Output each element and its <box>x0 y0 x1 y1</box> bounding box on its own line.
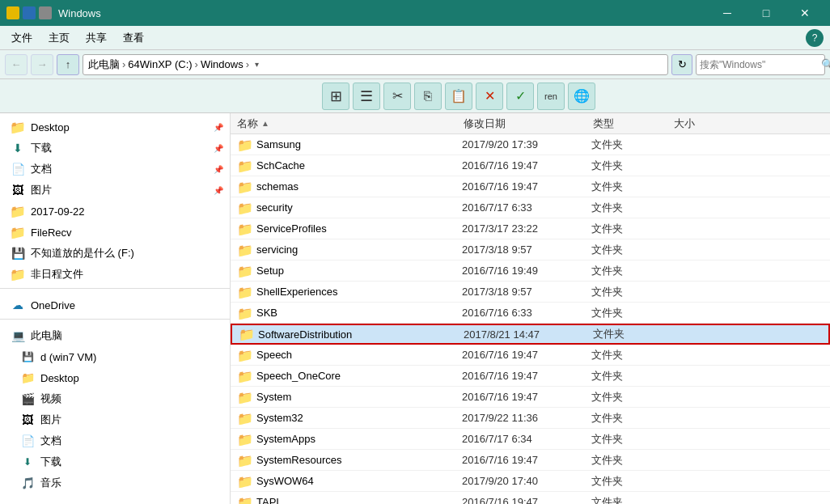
search-box[interactable]: 🔍 <box>696 54 825 75</box>
sidebar-item-onedrive[interactable]: ☁ OneDrive <box>0 294 230 316</box>
file-row[interactable]: 📁 SoftwareDistribution 2017/8/21 14:47 文… <box>231 324 830 345</box>
col-header-date[interactable]: 修改日期 <box>464 116 593 131</box>
title-icon-blue <box>23 6 36 19</box>
file-name: SchCache <box>256 159 462 172</box>
sidebar-item-pictures2[interactable]: 🖼 图片 <box>0 409 230 430</box>
toolbar-globe-button[interactable]: 🌐 <box>568 83 595 110</box>
file-row[interactable]: 📁 ServiceProfiles 2017/3/17 23:22 文件夹 <box>231 218 830 239</box>
file-name: ServiceProfiles <box>256 222 462 235</box>
file-row[interactable]: 📁 SystemApps 2016/7/17 6:34 文件夹 <box>231 429 830 450</box>
sidebar-item-fdrive[interactable]: 💾 不知道放的是什么 (F:) <box>0 243 230 264</box>
toolbar-rename-button[interactable]: ren <box>537 83 565 110</box>
folder-row-icon: 📁 <box>237 495 252 505</box>
folder-row-icon: 📁 <box>237 285 252 299</box>
toolbar-paste-button[interactable]: 📋 <box>445 83 472 110</box>
sidebar-item-docs2[interactable]: 📄 文档 <box>0 430 230 451</box>
file-row[interactable]: 📁 SysWOW64 2017/9/20 17:40 文件夹 <box>231 471 830 492</box>
sidebar-item-desktop2[interactable]: 📁 Desktop <box>0 367 230 388</box>
forward-button[interactable]: → <box>31 54 53 75</box>
col-header-size[interactable]: 大小 <box>674 116 824 131</box>
file-name: Speech <box>256 349 462 361</box>
window-title: Windows <box>58 7 709 19</box>
file-row[interactable]: 📁 servicing 2017/3/18 9:57 文件夹 <box>231 239 830 260</box>
address-path[interactable]: 此电脑 › 64WinXP (C:) › Windows › ▾ <box>83 54 668 75</box>
file-row[interactable]: 📁 Speech 2016/7/16 19:47 文件夹 <box>231 345 830 366</box>
minimize-button[interactable]: ─ <box>709 0 746 26</box>
file-row[interactable]: 📁 System32 2017/9/22 11:36 文件夹 <box>231 408 830 429</box>
file-row[interactable]: 📁 ShellExperiences 2017/3/18 9:57 文件夹 <box>231 282 830 303</box>
toolbar-cut-button[interactable]: ✂ <box>383 83 411 110</box>
title-bar-icons <box>6 6 52 19</box>
sidebar-item-files[interactable]: 📁 非日程文件 <box>0 264 230 285</box>
file-type: 文件夹 <box>591 159 672 173</box>
toolbar-delete-button[interactable]: ✕ <box>476 83 503 110</box>
toolbar-confirm-button[interactable]: ✓ <box>506 83 534 110</box>
menu-file[interactable]: 文件 <box>3 28 40 49</box>
sidebar-item-win7vm[interactable]: 💾 d (win7 VM) <box>0 346 230 367</box>
file-row[interactable]: 📁 schemas 2016/7/16 19:47 文件夹 <box>231 176 830 197</box>
sidebar-item-download[interactable]: ⬇ 下载 📌 <box>0 138 230 159</box>
search-icon: 🔍 <box>821 58 830 70</box>
doc-icon: 📄 <box>10 161 26 177</box>
sidebar-item-desktop[interactable]: 📁 Desktop 📌 <box>0 116 230 138</box>
menu-share[interactable]: 共享 <box>78 28 115 49</box>
up-button[interactable]: ↑ <box>57 54 79 75</box>
folder-row-icon: 📁 <box>237 411 252 426</box>
file-type: 文件夹 <box>591 348 672 362</box>
sidebar-item-pictures[interactable]: 🖼 图片 📌 <box>0 180 230 201</box>
doc-icon-2: 📄 <box>19 433 36 449</box>
file-date: 2016/7/16 19:47 <box>462 370 591 382</box>
view-large-icon-button[interactable]: ⊞ <box>322 83 349 110</box>
sidebar-item-filerecv[interactable]: 📁 FileRecv <box>0 222 230 243</box>
pin-icon-3: 📌 <box>214 165 223 174</box>
sidebar-item-download2[interactable]: ⬇ 下载 <box>0 451 230 472</box>
download-icon: ⬇ <box>10 140 26 156</box>
file-date: 2017/8/21 14:47 <box>464 328 593 341</box>
pin-icon-2: 📌 <box>214 144 223 153</box>
refresh-button[interactable]: ↻ <box>671 54 692 75</box>
sidebar-item-2017[interactable]: 📁 2017-09-22 <box>0 201 230 222</box>
file-type: 文件夹 <box>591 474 672 489</box>
file-date: 2016/7/16 19:47 <box>462 180 591 193</box>
file-type: 文件夹 <box>593 327 674 341</box>
folder-row-icon: 📁 <box>237 222 252 236</box>
maximize-button[interactable]: □ <box>747 0 785 26</box>
file-row[interactable]: 📁 Samsung 2017/9/20 17:39 文件夹 <box>231 134 830 155</box>
file-date: 2016/7/16 19:47 <box>462 159 591 172</box>
file-row[interactable]: 📁 security 2016/7/17 6:33 文件夹 <box>231 197 830 218</box>
sidebar-item-docs[interactable]: 📄 文档 📌 <box>0 159 230 180</box>
search-input[interactable] <box>700 59 821 70</box>
file-row[interactable]: 📁 SKB 2016/7/16 6:33 文件夹 <box>231 303 830 324</box>
folder-icon-4: 📁 <box>10 266 26 282</box>
file-row[interactable]: 📁 Speech_OneCore 2016/7/16 19:47 文件夹 <box>231 366 830 387</box>
back-button[interactable]: ← <box>5 54 28 75</box>
file-date: 2016/7/16 6:33 <box>462 307 591 319</box>
onedrive-icon: ☁ <box>10 297 26 313</box>
view-list-button[interactable]: ☰ <box>353 83 380 110</box>
file-row[interactable]: 📁 SystemResources 2016/7/16 19:47 文件夹 <box>231 450 830 471</box>
file-row[interactable]: 📁 Setup 2016/7/16 19:49 文件夹 <box>231 260 830 282</box>
folder-row-icon: 📁 <box>237 369 252 383</box>
file-row[interactable]: 📁 System 2016/7/16 19:47 文件夹 <box>231 387 830 408</box>
picture-icon: 🖼 <box>10 182 26 198</box>
path-pc: 此电脑 <box>88 57 120 72</box>
close-button[interactable]: ✕ <box>786 0 824 26</box>
folder-row-icon: 📁 <box>237 390 252 404</box>
toolbar-copy-button[interactable]: ⎘ <box>414 83 442 110</box>
file-name: SKB <box>256 307 462 319</box>
file-row[interactable]: 📁 TAPI 2016/7/16 19:47 文件夹 <box>231 492 830 504</box>
sidebar-item-video[interactable]: 🎬 视频 <box>0 388 230 409</box>
file-date: 2017/3/18 9:57 <box>462 244 591 256</box>
menu-home[interactable]: 主页 <box>40 28 78 49</box>
file-name: Speech_OneCore <box>256 370 462 382</box>
folder-row-icon: 📁 <box>237 159 252 173</box>
file-row[interactable]: 📁 SchCache 2016/7/16 19:47 文件夹 <box>231 155 830 176</box>
col-header-type[interactable]: 类型 <box>593 116 674 131</box>
folder-icon: 📁 <box>10 119 26 135</box>
sidebar-item-music[interactable]: 🎵 音乐 <box>0 472 230 493</box>
sidebar-item-thispc[interactable]: 💻 此电脑 <box>0 325 230 346</box>
file-date: 2016/7/16 19:49 <box>462 265 591 277</box>
menu-view[interactable]: 查看 <box>115 28 152 49</box>
help-button[interactable]: ? <box>806 29 824 47</box>
col-header-name[interactable]: 名称 ▲ <box>237 116 464 131</box>
